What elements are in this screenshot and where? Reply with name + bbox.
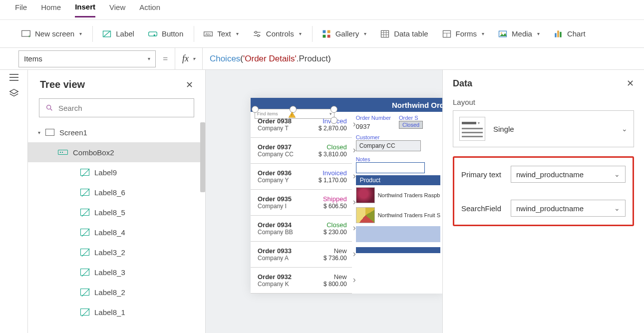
product-name: Northwind Traders Fruit S xyxy=(378,212,440,218)
order-row[interactable]: Order 0932Company KNew$ 800.00› xyxy=(251,268,352,294)
forms-btn-text: Forms xyxy=(456,29,477,38)
chevron-down-icon: ▾ xyxy=(236,31,239,36)
tree-screen-row[interactable]: ▾ Screen1 xyxy=(28,122,205,142)
close-panel-button[interactable]: ✕ xyxy=(186,79,193,90)
menu-view[interactable]: View xyxy=(109,3,125,16)
customer-label: Customer xyxy=(356,134,440,140)
tree-label-row[interactable]: Label8_6 xyxy=(28,182,205,202)
tree-scroll: ▾ Screen1 ComboBox2 Label9Label8_6Label8… xyxy=(28,122,205,333)
formula-input[interactable]: Choices( 'Order Details'.Product ) xyxy=(203,48,644,70)
svg-rect-16 xyxy=(381,30,389,37)
warning-icon: ! xyxy=(288,111,297,119)
search-field[interactable] xyxy=(58,104,188,112)
property-select[interactable]: Items ▾ xyxy=(18,50,156,67)
tree-label-row[interactable]: Label3_2 xyxy=(28,242,205,262)
gallery-btn-text: Gallery xyxy=(335,29,359,38)
media-btn-text: Media xyxy=(512,29,532,38)
button-icon xyxy=(148,29,158,39)
chevron-right-icon: › xyxy=(353,223,356,233)
tree-label-row[interactable]: Label8_3 xyxy=(28,262,205,282)
new-screen-button[interactable]: + New screen▾ xyxy=(15,26,88,42)
controls-btn-text: Controls xyxy=(266,29,294,38)
tree-label-row[interactable]: Label8_2 xyxy=(28,282,205,302)
order-row[interactable]: Order 0935Company IShipped$ 606.50› xyxy=(251,190,352,216)
screen-icon: + xyxy=(21,29,31,39)
label-button[interactable]: Label xyxy=(92,26,140,42)
product-row[interactable]: Northwind Traders Raspb xyxy=(356,185,440,205)
scrollbar[interactable] xyxy=(200,122,205,192)
formula-lit: 'Order Details' xyxy=(243,54,297,64)
canvas[interactable]: Northwind Ord Find items▾!Order 0938Comp… xyxy=(206,70,442,333)
company-name: Company T xyxy=(258,125,292,132)
menu-file[interactable]: File xyxy=(15,3,27,16)
text-icon: Abc xyxy=(203,29,213,39)
search-icon xyxy=(45,104,53,112)
searchfield-select[interactable]: nwind_productname ⌄ xyxy=(511,200,626,217)
layers-icon[interactable] xyxy=(8,88,19,99)
order-row[interactable]: Order 0936Company YInvoiced$ 1,170.00› xyxy=(251,164,352,190)
footer-bar xyxy=(356,247,440,253)
tree-label-row[interactable]: Label8_5 xyxy=(28,202,205,222)
highlighted-fields: Primary text nwind_productname ⌄ SearchF… xyxy=(453,156,634,226)
chevron-right-icon: › xyxy=(353,171,356,181)
product-row[interactable]: Northwind Traders Fruit S xyxy=(356,205,440,225)
tree-item-label: Label8_5 xyxy=(94,208,125,217)
close-data-panel[interactable]: ✕ xyxy=(627,78,634,89)
tree-item-label: Label8_2 xyxy=(94,288,125,297)
media-button[interactable]: Media▾ xyxy=(492,26,546,42)
svg-rect-4 xyxy=(149,31,157,35)
order-row[interactable]: Order 0937Company CCClosed$ 3,810.00› xyxy=(251,138,352,164)
controls-icon xyxy=(252,29,262,39)
new-screen-label: New screen xyxy=(35,29,74,38)
chevron-down-icon: ▾ xyxy=(482,31,484,36)
order-number: Order 0932 xyxy=(258,273,292,281)
layout-select[interactable]: ▾ Single ⌄ xyxy=(453,110,634,147)
order-row[interactable]: Find items▾!Order 0938Company TInvoiced$… xyxy=(251,112,352,138)
hamburger-icon[interactable] xyxy=(9,77,18,78)
text-button[interactable]: Abc Text▾ xyxy=(194,26,245,42)
notes-input[interactable] xyxy=(356,162,425,173)
orderstatus-value[interactable]: Closed xyxy=(399,121,423,129)
chevron-down-icon: ⌄ xyxy=(622,125,628,133)
svg-rect-12 xyxy=(322,30,325,33)
label-icon xyxy=(80,189,89,196)
button-button[interactable]: Button xyxy=(142,26,189,42)
equals-icon: = xyxy=(156,54,175,64)
menu-insert[interactable]: Insert xyxy=(75,2,95,17)
menu-action[interactable]: Action xyxy=(139,3,160,16)
controls-button[interactable]: Controls▾ xyxy=(246,26,308,42)
resize-handle[interactable] xyxy=(252,106,259,113)
order-status: New xyxy=(334,273,347,281)
tree-item-label: Screen1 xyxy=(59,128,87,137)
layout-preview-icon: ▾ xyxy=(459,117,485,141)
tree-combobox-row[interactable]: ComboBox2 xyxy=(28,142,205,162)
company-name: Company I xyxy=(258,203,292,210)
svg-point-29 xyxy=(47,105,51,109)
chevron-right-icon: › xyxy=(353,119,356,129)
formula-field: Product xyxy=(299,54,328,64)
datatable-button[interactable]: Data table xyxy=(374,26,434,42)
order-row[interactable]: Order 0933Company ANew$ 736.00› xyxy=(251,242,352,268)
chart-button[interactable]: Chart xyxy=(547,26,592,42)
formula-fn: Choices xyxy=(210,54,240,64)
company-name: Company A xyxy=(258,255,292,262)
order-row[interactable]: Order 0934Company BBClosed$ 230.00› xyxy=(251,216,352,242)
tree-label-row[interactable]: Label8_4 xyxy=(28,222,205,242)
order-status: Shipped xyxy=(323,195,347,203)
tree-item-label: Label9 xyxy=(94,168,117,177)
search-input[interactable] xyxy=(39,98,194,117)
company-name: Company K xyxy=(258,281,292,288)
resize-handle[interactable] xyxy=(330,117,337,124)
gallery-button[interactable]: Gallery▾ xyxy=(312,26,373,42)
menu-home[interactable]: Home xyxy=(41,3,61,16)
tree-label-row[interactable]: Label9 xyxy=(28,162,205,182)
forms-button[interactable]: Forms▾ xyxy=(436,26,491,42)
customer-field[interactable]: Company CC xyxy=(356,140,421,151)
tree-item-label: Label3_2 xyxy=(94,248,125,257)
tree-label-row[interactable]: Label8_1 xyxy=(28,302,205,322)
tree-item-label: Label8_1 xyxy=(94,308,125,317)
svg-rect-14 xyxy=(322,34,325,37)
fx-button[interactable]: fx ▾ xyxy=(175,48,203,70)
resize-handle[interactable] xyxy=(330,106,337,113)
primary-text-select[interactable]: nwind_productname ⌄ xyxy=(511,166,626,183)
